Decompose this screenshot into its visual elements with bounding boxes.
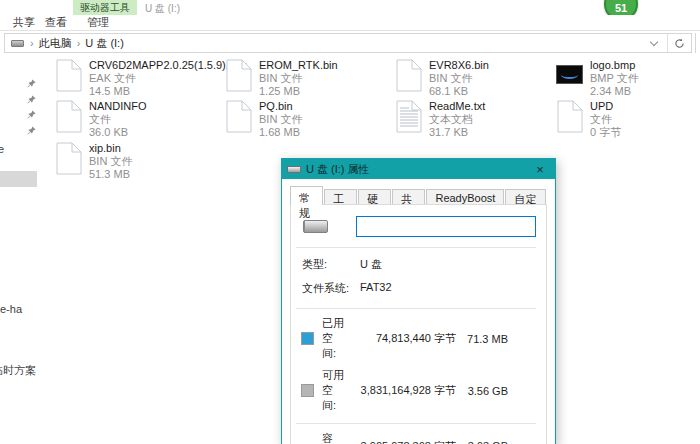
- file-type: BIN 文件: [259, 72, 338, 85]
- file-icon: [395, 59, 422, 98]
- text-file-icon: [395, 100, 422, 139]
- file-name: EVR8X6.bin: [429, 59, 489, 72]
- breadcrumb-this-pc[interactable]: 此电脑: [36, 36, 75, 51]
- ribbon-tab-manage[interactable]: 管理: [87, 15, 109, 31]
- file-name: CRV6D2MAPP2.0.25(1.5.9).eak: [89, 59, 247, 72]
- file-name: PQ.bin: [259, 100, 302, 113]
- file-size: 1.68 MB: [259, 126, 302, 139]
- file-icon: [225, 59, 252, 98]
- address-bar[interactable]: › 此电脑 › U 盘 (I:): [4, 33, 692, 53]
- file-icon: [556, 100, 583, 139]
- used-swatch: [301, 332, 314, 345]
- file-type: EAK 文件: [89, 72, 247, 85]
- pin-icon[interactable]: [27, 95, 36, 104]
- breadcrumb-separator: ›: [75, 37, 83, 49]
- used-bytes: 74,813,440 字节: [344, 331, 456, 346]
- dialog-titlebar[interactable]: U 盘 (I:) 属性 ×: [282, 159, 555, 179]
- tab-sharing[interactable]: 共享: [392, 189, 425, 205]
- file-item[interactable]: UPD文件0 字节: [556, 100, 621, 139]
- file-type: 文本文档: [429, 113, 485, 126]
- file-icon: [225, 100, 252, 139]
- breadcrumb-separator: ›: [28, 37, 36, 49]
- capacity-bytes: 3,905,978,368 字节: [344, 439, 456, 444]
- file-type: 文件: [89, 113, 146, 126]
- ribbon-tab-view[interactable]: 查看: [45, 15, 67, 31]
- bitmap-thumbnail: [556, 59, 583, 98]
- ribbon-tab-strip: 共享 查看 管理: [0, 15, 700, 31]
- window-titlebar: 驱动器工具 U 盘 (I:): [0, 0, 700, 15]
- volume-label-input[interactable]: [356, 216, 536, 237]
- ribbon-tab-share[interactable]: 共享: [13, 15, 35, 31]
- filesystem-label: 文件系统:: [302, 281, 360, 296]
- pin-icon[interactable]: [27, 79, 36, 88]
- sidebar-item-fragment[interactable]: 临时方案: [0, 363, 36, 378]
- sidebar-item-fragment[interactable]: e-ha: [0, 303, 22, 315]
- type-label: 类型:: [302, 257, 360, 272]
- properties-dialog: U 盘 (I:) 属性 × 常规 工具 硬件 共享 ReadyBoost 自定义…: [281, 158, 556, 444]
- file-size: 1.25 MB: [259, 85, 338, 98]
- sidebar-selected-item[interactable]: [0, 171, 37, 187]
- usb-drive-icon: [303, 220, 328, 233]
- drive-icon: [287, 166, 301, 173]
- file-item[interactable]: NANDINFO文件36.0 KB: [55, 100, 146, 139]
- refresh-icon: [674, 38, 685, 49]
- file-item[interactable]: EROM_RTK.binBIN 文件1.25 MB: [225, 59, 338, 98]
- capacity-size: 3.63 GB: [456, 440, 508, 444]
- contextual-tab-drive-tools[interactable]: 驱动器工具: [73, 0, 137, 15]
- free-size: 3.56 GB: [456, 385, 508, 397]
- file-size: 51.3 MB: [89, 168, 132, 181]
- file-size: 2.34 MB: [590, 85, 639, 98]
- file-size: 31.7 KB: [429, 126, 485, 139]
- capacity-label: 容量:: [322, 431, 344, 444]
- file-size: 0 字节: [590, 126, 621, 139]
- drive-icon: [11, 40, 24, 47]
- free-swatch: [301, 384, 314, 397]
- file-name: ReadMe.txt: [429, 100, 485, 113]
- file-size: 14.5 MB: [89, 85, 247, 98]
- file-size: 36.0 KB: [89, 126, 146, 139]
- pin-icon[interactable]: [27, 110, 36, 119]
- used-size: 71.3 MB: [456, 333, 508, 345]
- window-title: U 盘 (I:): [145, 2, 180, 16]
- free-space-label: 可用空间:: [322, 368, 344, 413]
- tab-tools[interactable]: 工具: [324, 189, 357, 205]
- tab-readyboost[interactable]: ReadyBoost: [426, 189, 504, 205]
- dialog-title: U 盘 (I:) 属性: [306, 162, 530, 177]
- divider: [296, 247, 536, 248]
- file-type: BIN 文件: [89, 155, 132, 168]
- general-tab-panel: 类型: U 盘 文件系统: FAT32 已用空间: 74,813,440 字节 …: [290, 204, 547, 444]
- file-type: BIN 文件: [429, 72, 489, 85]
- pin-icon[interactable]: [27, 126, 36, 135]
- file-item[interactable]: PQ.binBIN 文件1.68 MB: [225, 100, 302, 139]
- file-type: 文件: [590, 113, 621, 126]
- file-name: NANDINFO: [89, 100, 146, 113]
- close-icon[interactable]: ×: [530, 162, 550, 177]
- file-item[interactable]: logo.bmpBMP 文件2.34 MB: [556, 59, 639, 98]
- file-icon: [55, 142, 82, 181]
- file-item[interactable]: CRV6D2MAPP2.0.25(1.5.9).eakEAK 文件14.5 MB: [55, 59, 247, 98]
- file-type: BMP 文件: [590, 72, 639, 85]
- sidebar-item-fragment[interactable]: e: [0, 143, 4, 155]
- divider: [296, 423, 536, 424]
- file-item[interactable]: EVR8X6.binBIN 文件68.1 KB: [395, 59, 489, 98]
- tab-general[interactable]: 常规: [290, 186, 323, 205]
- chevron-down-icon[interactable]: [650, 37, 658, 45]
- file-name: UPD: [590, 100, 621, 113]
- type-value: U 盘: [360, 257, 382, 272]
- search-box-edge: [695, 33, 700, 53]
- file-name: xip.bin: [89, 142, 132, 155]
- divider: [296, 308, 536, 309]
- refresh-button[interactable]: [667, 34, 691, 52]
- file-type: BIN 文件: [259, 113, 302, 126]
- dialog-tab-strip: 常规 工具 硬件 共享 ReadyBoost 自定义: [290, 186, 547, 205]
- breadcrumb-usb-drive[interactable]: U 盘 (I:): [82, 36, 127, 51]
- file-icon: [55, 59, 82, 98]
- tab-hardware[interactable]: 硬件: [358, 189, 391, 205]
- free-bytes: 3,831,164,928 字节: [344, 383, 456, 398]
- file-item[interactable]: xip.binBIN 文件51.3 MB: [55, 142, 132, 181]
- file-size: 68.1 KB: [429, 85, 489, 98]
- file-item[interactable]: ReadMe.txt文本文档31.7 KB: [395, 100, 485, 139]
- filesystem-value: FAT32: [360, 281, 392, 296]
- tab-customize[interactable]: 自定义: [505, 189, 546, 205]
- file-name: EROM_RTK.bin: [259, 59, 338, 72]
